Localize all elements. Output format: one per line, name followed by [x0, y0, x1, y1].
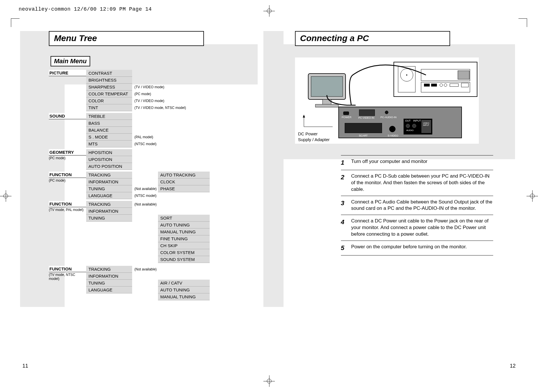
- crop-mark-right: [527, 190, 538, 202]
- menu-subitem: AUTO TUNING: [158, 222, 210, 228]
- menu-root: FUNCTION: [49, 201, 86, 207]
- menu-item: HPOSITION: [86, 149, 132, 156]
- step-number: 4: [341, 218, 351, 238]
- menu-item: CONTRAST: [86, 70, 132, 77]
- panel-label-svideo: S-VIDEO: [388, 134, 398, 137]
- panel-label-input: INPUT: [413, 119, 421, 122]
- step-row: 3Connect a PC Audio Cable between the So…: [341, 196, 493, 215]
- menu-root: FUNCTION: [49, 266, 86, 272]
- dc-power-label: DC Power Supply / Adapter: [298, 131, 330, 142]
- step-text: Turn off your computer and monitor: [351, 158, 493, 167]
- step-number: 2: [341, 173, 351, 193]
- menu-root: FUNCTION: [49, 172, 86, 178]
- monitor-rear-panel: POWER PC-VIDEO-IN PC-AUDIO-IN SCART S-VI…: [338, 107, 462, 138]
- menu-item: BRIGHTNESS: [86, 77, 132, 84]
- menu-root-note: (PC mode): [49, 178, 86, 182]
- menu-root-note: (TV mode, PAL model): [49, 207, 86, 212]
- menu-item: TINT: [86, 104, 132, 111]
- crop-mark-left: [0, 190, 11, 202]
- crop-mark-bottom: [263, 375, 275, 387]
- menu-tree: PICTURECONTRASTBRIGHTNESSSHARPNESS(TV / …: [49, 70, 261, 293]
- step-row: 2Connect a PC D-Sub cable between your P…: [341, 170, 493, 196]
- step-text: Connect a PC Audio Cable between the Sou…: [351, 199, 493, 212]
- menu-item: TUNING: [86, 215, 132, 222]
- page-number-left: 11: [22, 363, 28, 369]
- menu-subitem: AUTO TRACKING: [158, 172, 210, 178]
- menu-subitem: FINE TUNING: [158, 235, 210, 242]
- menu-item: S . MODE: [86, 134, 132, 141]
- menu-subitem: CLOCK: [158, 178, 210, 185]
- menu-item: SHARPNESS: [86, 84, 132, 91]
- menu-subitem: CH SKIP: [158, 242, 210, 249]
- menu-item: COLOR TEMPERAT: [86, 91, 132, 97]
- menu-item-note: (NTSC model): [134, 142, 157, 146]
- main-menu-label: Main Menu: [51, 56, 90, 66]
- panel-label-scart: SCART: [359, 134, 368, 137]
- crop-mark-top: [263, 5, 275, 17]
- step-number: 5: [341, 244, 351, 252]
- panel-label-audio: AUDIO: [406, 129, 414, 132]
- menu-item-note: (NTSC model): [134, 194, 157, 198]
- menu-item-note: (Not available): [134, 267, 157, 271]
- panel-label-pcaudio: PC-AUDIO-IN: [381, 116, 397, 119]
- step-text: Power on the computer before turning on …: [351, 244, 493, 252]
- menu-item: BALANCE: [86, 127, 132, 134]
- page-title-right: Connecting a PC: [295, 31, 450, 46]
- menu-item: COLOR: [86, 97, 132, 104]
- menu-item: MTS: [86, 141, 132, 147]
- menu-item-note: (TV / VIDEO mode): [134, 85, 164, 89]
- menu-subitem: AIR / CATV: [158, 280, 210, 287]
- panel-label-out: OUT: [405, 119, 411, 122]
- menu-subitem: AUTO TUNING: [158, 287, 210, 293]
- menu-item: INFORMATION: [86, 273, 132, 280]
- menu-root-note: (TV mode, NTSC model): [49, 272, 86, 281]
- menu-item-note: (PC mode): [134, 92, 151, 96]
- menu-subitem: SORT: [158, 215, 210, 222]
- step-text: Connect a DC Power unit cable to the Pow…: [351, 218, 493, 238]
- menu-item: BASS: [86, 120, 132, 127]
- page-left: Menu Tree Main Menu PICTURECONTRASTBRIGH…: [20, 23, 263, 369]
- menu-item-note: (Not available): [134, 187, 157, 191]
- menu-item: TRACKING: [86, 172, 132, 178]
- menu-item: LANGUAGE: [86, 287, 132, 293]
- menu-item: AUTO POSITION: [86, 163, 132, 170]
- panel-label-power: POWER: [342, 116, 352, 119]
- menu-root: GEOMETRY: [49, 149, 86, 155]
- menu-item: UPOSITION: [86, 156, 132, 163]
- panel-label-pcvideo: PC-VIDEO-IN: [358, 116, 375, 119]
- menu-item-note: (Not available): [134, 202, 157, 206]
- corner-mark-tl: [11, 18, 20, 27]
- menu-item: TRACKING: [86, 266, 132, 273]
- menu-item-note: (TV / VIDEO mode): [134, 99, 164, 103]
- menu-subitem: COLOR SYSTEM: [158, 249, 210, 256]
- menu-item: INFORMATION: [86, 208, 132, 215]
- step-row: 4Connect a DC Power unit cable to the Po…: [341, 215, 493, 241]
- menu-item: TUNING: [86, 185, 132, 192]
- page-number-right: 12: [510, 363, 516, 369]
- menu-item: TREBLE: [86, 113, 132, 120]
- dc-power-label-line2: Supply / Adapter: [298, 137, 330, 142]
- print-job-header: neovalley-common 12/6/00 12:09 PM Page 1…: [19, 6, 152, 12]
- step-number: 1: [341, 158, 351, 167]
- menu-item: INFORMATION: [86, 178, 132, 185]
- step-number: 3: [341, 199, 351, 212]
- menu-item: LANGUAGE: [86, 192, 132, 199]
- panel-label-videoinput: VIDEO INPUT: [421, 120, 431, 133]
- page-right: Connecting a PC: [263, 23, 518, 369]
- menu-root: PICTURE: [49, 70, 86, 76]
- menu-item: TRACKING: [86, 201, 132, 208]
- menu-item-note: (PAL model): [134, 135, 153, 139]
- dc-power-label-line1: DC Power: [298, 131, 318, 136]
- step-row: 5Power on the computer before turning on…: [341, 241, 493, 255]
- menu-item: TUNING: [86, 280, 132, 287]
- menu-subitem: SOUND SYSTEM: [158, 256, 210, 263]
- connection-diagram: POWER PC-VIDEO-IN PC-AUDIO-IN SCART S-VI…: [295, 57, 479, 144]
- menu-subitem: PHASE: [158, 185, 210, 192]
- page-title-left: Menu Tree: [49, 31, 204, 46]
- menu-root: SOUND: [49, 113, 86, 119]
- menu-item-note: (TV / VIDEO mode, NTSC model): [134, 106, 186, 110]
- corner-mark-tr: [518, 18, 527, 27]
- menu-subitem: MANUAL TUNING: [158, 228, 210, 235]
- svg-marker-17: [303, 115, 305, 118]
- step-text: Connect a PC D-Sub cable between your PC…: [351, 173, 493, 193]
